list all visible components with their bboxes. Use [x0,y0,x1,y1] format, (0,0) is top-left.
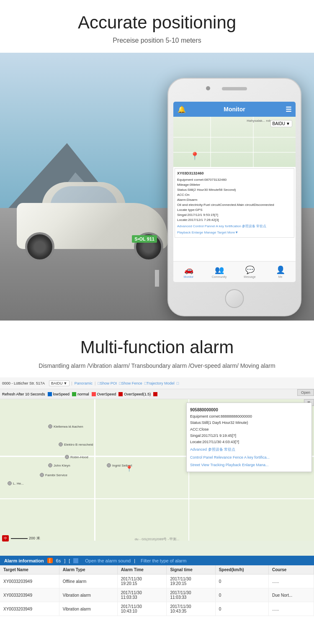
nav-message-icon: 💬 [245,265,255,275]
nav-me-icon: 👤 [276,265,285,275]
nav-message[interactable]: 💬 Message [234,265,265,278]
phone-screen: 🔔 Monitor ☰ Hahysalak... robaa BAIDU ▼ 📍 [173,102,296,282]
table-row: XY0033203949Vibration alarm2017/11/30 10… [0,602,314,616]
map-baidu-select[interactable]: BAIDU ▼ [270,120,292,127]
dt-popup-links-2[interactable]: Control Panel Relevance Fence A key fort… [190,454,308,461]
dt-link-trajectory[interactable]: □Trajectory Model [144,381,175,385]
normal-dot [72,392,76,396]
license-plate: S•OL 911 [132,235,157,243]
alarm-open-sound[interactable]: Open the alarm sound [85,558,131,563]
map-road-v1 [210,117,211,167]
marker-l-he: L. He... [8,481,24,485]
dt-link-show-poi[interactable]: □Show POI [98,381,117,385]
marker-kletterwa: Kletterwa ld Aachen [48,424,83,428]
dt-popup-equipment: Equipment cornet:888888880000000 [190,413,308,420]
phone-camera [206,86,210,90]
road-line-2 [155,270,159,287]
marker-john-kleyn: John Kleyn [48,463,70,467]
nav-me[interactable]: 👤 Me [265,265,296,278]
dt-gps-pin: 📍 [126,465,133,472]
desktop-section: 0000 - Lütticher Str. 517A BAIDU ▼ | Pan… [0,377,314,616]
scale-label: 200 米 [29,536,40,541]
dt-popup-links-3[interactable]: Street View Tracking Playback Enlarge Ma… [190,462,308,468]
popup-locate: Locate:2017/12/1 7:26:42[3] [177,218,292,223]
dt-baidu-label: BAIDU [51,381,63,385]
menu-icon[interactable]: ☰ [286,105,291,113]
alarm-badge: [ [47,558,53,563]
phone-mockup: 🔔 Monitor ☰ Hahysalak... robaa BAIDU ▼ 📍 [167,78,301,316]
marker-famibi: Famibi Service [40,473,67,477]
alarm-header: Alarm information [ 6s ] [ Open the alar… [0,556,314,565]
col-signal-time: Signal time [167,565,215,575]
phone-map[interactable]: Hahysalak... robaa BAIDU ▼ 📍 [173,117,296,167]
overspeed-dot [92,392,96,396]
dt-popup-id: 905880000000 [190,406,308,413]
dt-link-panoramic[interactable]: Panoramic [75,381,93,385]
phone-info-popup: XY03D3132460 Equipment cornet:0870731324… [175,168,294,238]
dt-popup-status: Status:Still(1 Day5 Hour32 Minute) [190,420,308,426]
col-alarm-time: Alarm Time [117,565,167,575]
popup-links-row2[interactable]: Playback Enlarge Manage Target More▼ [177,230,292,235]
nav-monitor-icon: 🚗 [184,265,193,275]
car-wheel-left [25,232,54,262]
col-target-name: Target Name [0,565,59,575]
alarm-header-title: Alarm information [4,558,44,563]
alarm-badge-text: 6s [56,558,61,563]
col-speed: Speed(km/h) [215,565,268,575]
dt-road-h2 [0,498,314,499]
car-container: S•OL 911 [8,169,176,262]
dt-link-more[interactable]: □ [177,381,179,385]
nav-me-label: Me [278,275,283,278]
alarm-color-swatch [73,558,78,563]
dt-road-v1 [94,399,95,541]
normal-label: normal [77,392,89,396]
overspeed15-label: OverSpeed(1.5) [124,392,151,396]
dt-popup-links-1[interactable]: Advanced 参照设备 常驻点 [190,446,308,453]
popup-oil: Oil and electricity:Fuel circuitConnecte… [177,203,292,208]
col-alarm-type: Alarm Type [59,565,117,575]
dt-link-show-fence[interactable]: □Show Fence [119,381,142,385]
phone-home-btn[interactable] [225,289,244,308]
section-alarm: Multi-function alarm Dismantling alarm /… [0,321,314,377]
popup-acc: ACC:On [177,192,292,198]
alarm-table-header-row: Target Name Alarm Type Alarm Time Signal… [0,565,314,575]
popup-status: Status:Still(2 Hour30 Minute58 Second) [177,187,292,192]
alarm-filter[interactable]: Filter the type of alarm [141,558,186,563]
app-header: 🔔 Monitor ☰ [173,102,296,117]
table-row: XY0033203949Vibration alarm2017/11/30 11… [0,588,314,602]
desktop-map-container[interactable]: 0000 - Lütticher Str. 517A BAIDU ▼ | Pan… [0,377,314,616]
alarm-table-body: XY0033203949Offline alarm2017/11/30 19:2… [0,575,314,616]
dt-baidu-selector[interactable]: BAIDU ▼ [49,380,69,386]
marker-robin-hood: Robin-Hood [65,455,88,459]
hero-container: S•OL 911 🔔 Monitor ☰ Hahysalak... robaa [0,53,314,321]
nav-community[interactable]: 👥 Community [204,265,234,278]
scale-bar: 200 米 [11,536,40,541]
nav-monitor-label: Monitor [184,275,193,278]
popup-links-row1[interactable]: Advanced Control Pannel A key fortificat… [177,224,292,229]
map-road-v2 [253,117,254,167]
popup-equipment: Equipment cornet:087073132460 [177,177,292,182]
nav-community-icon: 👥 [215,265,224,275]
lowspeed-label: lowSpeed [53,392,70,396]
refresh-label: Refresh After 10 Seconds [2,392,45,396]
dt-address: 0000 - Lütticher Str. 517A [2,381,45,385]
dt-baidu-arrow: ▼ [64,381,67,385]
speed-legend-bar: Refresh After 10 Seconds lowSpeed normal… [0,389,314,399]
app-bottom-nav: 🚗 Monitor 👥 Community 💬 Message 👤 Me [173,261,296,282]
popup-locate-type: Locate type:GPS [177,208,292,213]
separator-open: [ [69,558,70,563]
alarm-table: Target Name Alarm Type Alarm Time Signal… [0,565,314,616]
bell-icon[interactable]: 🔔 [178,105,186,113]
dt-popup-singal: Singal:2017/12/1 9:19:45[?] [190,433,308,439]
separator-pipe: | [134,558,135,563]
phone-speaker [222,87,247,90]
legend-normal: normal [72,392,89,396]
nav-monitor[interactable]: 🚗 Monitor [173,265,204,278]
open-button[interactable]: Open [297,389,314,396]
popup-singal: Singal:2017/12/1 9:53:15[7] [177,213,292,218]
overspeed-label: OverSpeed [97,392,116,396]
dt-bottom-bar: 中 200 米 [2,535,40,541]
baidu-watermark: du - GS(2016)2089号 - 甲测... [135,537,179,541]
scale-flag: 中 [2,535,9,541]
popup-alarm: Alarm:Disarm [177,198,292,203]
